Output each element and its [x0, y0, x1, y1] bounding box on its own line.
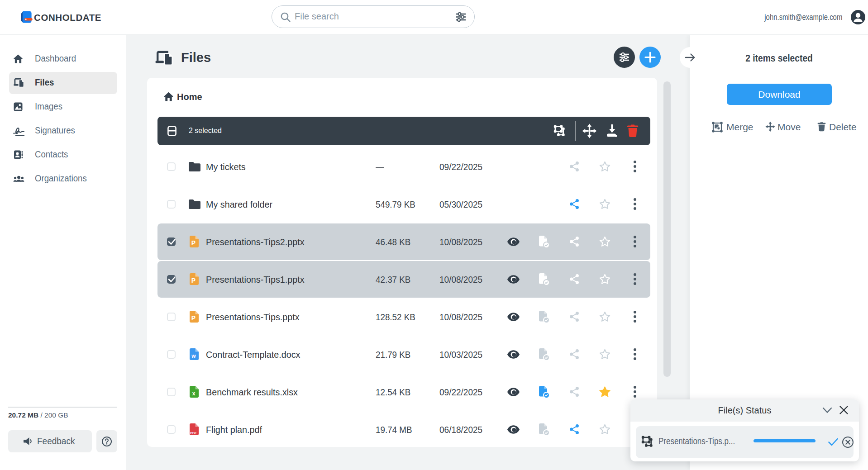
svg-text:P: P [191, 314, 196, 322]
svg-text:w: w [191, 353, 196, 359]
svg-text:P: P [191, 277, 196, 284]
svg-text:x: x [192, 390, 196, 397]
svg-text:PDF: PDF [190, 431, 197, 435]
svg-text:P: P [191, 239, 196, 247]
